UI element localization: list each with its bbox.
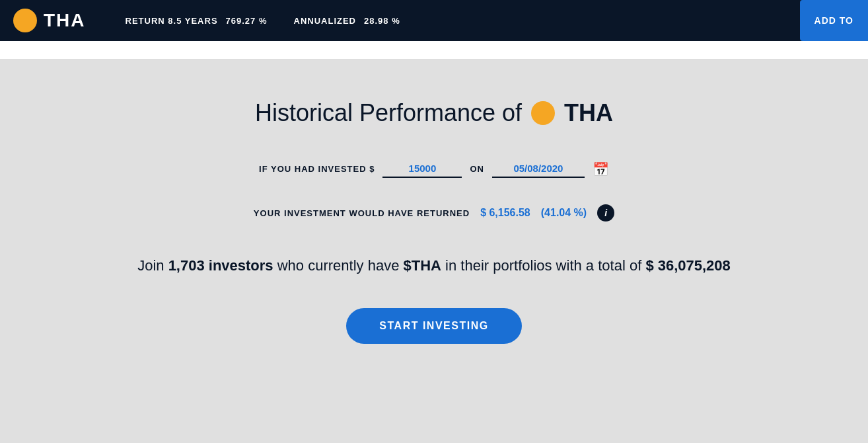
- title-prefix: Historical Performance of: [255, 99, 522, 127]
- join-text-prefix: Join: [137, 257, 164, 274]
- return-label: RETURN 8.5 YEARS: [126, 16, 218, 26]
- investment-form: IF YOU HAD INVESTED $ ON 📅: [259, 160, 609, 178]
- title-ticker: THA: [564, 99, 613, 127]
- main-content: Historical Performance of THA IF YOU HAD…: [0, 60, 868, 443]
- title-dot-icon: [531, 101, 555, 125]
- info-icon[interactable]: i: [597, 204, 614, 222]
- return-dollar-value: $ 6,156.58: [480, 207, 530, 219]
- join-investors: 1,703 investors: [168, 257, 273, 274]
- join-text-mid: who currently have: [277, 257, 400, 274]
- join-line: Join 1,703 investors who currently have …: [137, 255, 731, 276]
- return-stat-group: RETURN 8.5 YEARS 769.27 %: [126, 16, 268, 26]
- annualized-value: 28.98 %: [364, 16, 400, 26]
- on-label: ON: [470, 164, 484, 174]
- brand: THA: [13, 9, 86, 32]
- return-value: 769.27 %: [226, 16, 268, 26]
- return-row: YOUR INVESTMENT WOULD HAVE RETURNED $ 6,…: [254, 204, 614, 222]
- add-to-button[interactable]: ADD TO: [800, 0, 868, 41]
- return-row-label: YOUR INVESTMENT WOULD HAVE RETURNED: [254, 208, 470, 218]
- investment-date-input[interactable]: [492, 160, 585, 178]
- start-investing-button[interactable]: START INVESTING: [346, 308, 521, 344]
- white-strip: [0, 41, 868, 60]
- navbar: THA RETURN 8.5 YEARS 769.27 % ANNUALIZED…: [0, 0, 868, 41]
- join-total: $ 36,075,208: [645, 257, 730, 274]
- join-text-end: in their portfolios with a total of: [445, 257, 641, 274]
- brand-name: THA: [44, 10, 86, 31]
- join-ticker: $THA: [404, 257, 441, 274]
- return-pct-value: (41.04 %): [541, 207, 587, 219]
- annualized-label: ANNUALIZED: [294, 16, 357, 26]
- annualized-stat-group: ANNUALIZED 28.98 %: [294, 16, 400, 26]
- brand-dot-icon: [13, 9, 37, 32]
- page-title: Historical Performance of THA: [255, 99, 613, 127]
- investment-amount-input[interactable]: [382, 160, 462, 178]
- if-invested-label: IF YOU HAD INVESTED $: [259, 164, 375, 174]
- navbar-stats: RETURN 8.5 YEARS 769.27 % ANNUALIZED 28.…: [126, 16, 855, 26]
- calendar-icon[interactable]: 📅: [593, 161, 609, 177]
